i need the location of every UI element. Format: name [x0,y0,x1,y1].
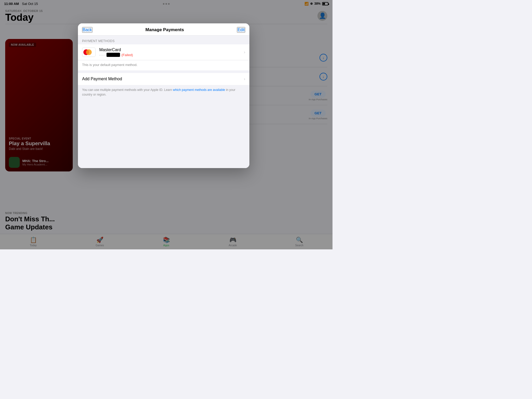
card-dots: ···· [99,53,105,57]
default-payment-text: This is your default payment method. [78,60,249,70]
card-info: MasterCard ···· ████ (Failed) [99,48,133,57]
back-button[interactable]: Back [82,27,92,33]
payment-section-label: PAYMENT METHODS [78,36,249,44]
card-left: MasterCard ···· ████ (Failed) [82,48,133,57]
modal-header: Back Manage Payments Edit [78,23,249,36]
payment-card-section: MasterCard ···· ████ (Failed) › This is … [78,44,249,70]
payment-methods-link[interactable]: which payment methods are available [173,88,225,92]
modal-bottom-space [78,101,249,168]
modal-title: Manage Payments [145,27,184,32]
card-name: MasterCard [99,48,133,52]
mastercard-logo [82,48,96,57]
payment-info-text: You can use multiple payment methods wit… [78,85,249,101]
chevron-right-icon-2: › [244,77,245,81]
mc-orange-circle [86,49,92,55]
card-failed-label: (Failed) [122,53,133,57]
manage-payments-modal: Back Manage Payments Edit PAYMENT METHOD… [78,23,249,168]
add-payment-label: Add Payment Method [82,77,122,81]
card-blocked-number: ████ [107,53,120,57]
mastercard-row[interactable]: MasterCard ···· ████ (Failed) › [78,44,249,60]
edit-button[interactable]: Edit [237,27,245,33]
modal-separator [78,70,249,73]
add-payment-row[interactable]: Add Payment Method › [78,73,249,85]
card-number-row: ···· ████ (Failed) [99,53,133,57]
chevron-right-icon: › [244,50,245,55]
